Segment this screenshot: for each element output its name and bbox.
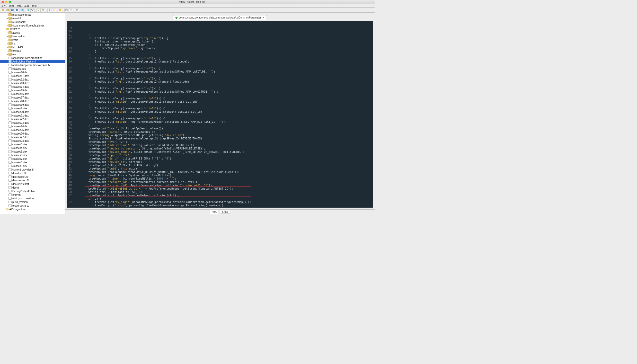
- sync-icon[interactable]: [26, 8, 30, 12]
- tree-node[interactable]: dao.ftl: [0, 186, 65, 189]
- menu-file[interactable]: 文件: [1, 4, 6, 8]
- tree-node[interactable]: classes2.dex: [0, 106, 65, 110]
- view-smali-button[interactable]: Smali: [220, 210, 230, 214]
- tree-twisty-icon[interactable]: ▸: [6, 42, 8, 45]
- tree-node[interactable]: classes7.dex: [0, 157, 65, 161]
- code-line[interactable]: if (TextUtils.isEmpty(treeMap.get("lng")…: [75, 87, 251, 90]
- export-icon[interactable]: [20, 8, 24, 12]
- tree-node[interactable]: dao-deep.ftl: [0, 171, 65, 175]
- code-editor[interactable]: 9101112131415161718192021222324252627282…: [67, 21, 373, 208]
- tree-node[interactable]: ▸kotlin: [0, 38, 65, 42]
- tree-node[interactable]: ▾资源文件: [0, 27, 65, 31]
- forward-icon[interactable]: [52, 8, 56, 12]
- code-line[interactable]: String str2 = Constant.ABTEST_ID;: [75, 190, 251, 194]
- code-line[interactable]: treeMap.put("xy_sign", paramsNewSign(par…: [75, 200, 251, 204]
- code-line[interactable]: treeMap.put("cityId", AppPreferencesHelp…: [75, 120, 251, 123]
- tree-node[interactable]: resources.arsc: [0, 204, 65, 207]
- tree-node[interactable]: classes3.dex: [0, 143, 65, 146]
- tree-node[interactable]: ▸pt.arotasonrotas: [0, 13, 65, 16]
- code-line[interactable]: String xy_token = user.getXy_token();: [75, 40, 251, 43]
- close-tab-icon[interactable]: ✕: [262, 16, 264, 19]
- tree-node[interactable]: classes12.dex: [0, 78, 65, 81]
- tree-node[interactable]: ▸res: [0, 52, 65, 56]
- open-file-icon[interactable]: [1, 8, 5, 12]
- tree-node[interactable]: classes26.dex: [0, 132, 65, 135]
- tree-twisty-icon[interactable]: ▾: [4, 28, 6, 30]
- tree-node[interactable]: entity.ftl: [0, 193, 65, 197]
- tree-node[interactable]: classes24.dex: [0, 125, 65, 128]
- project-tree[interactable]: ▸pt.arotasonrotas▸retrofit2▸sj.keyboard▸…: [0, 13, 65, 214]
- code-line[interactable]: }: [75, 73, 251, 77]
- code-line[interactable]: }: [75, 113, 251, 117]
- tree-node[interactable]: AndroidManifest.xml: [0, 60, 65, 63]
- code-line[interactable]: if (TextUtils.isEmpty(treeMap.get("cityI…: [75, 107, 251, 110]
- tree-node[interactable]: ▸assets: [0, 31, 65, 34]
- find-icon[interactable]: [41, 8, 45, 12]
- code-line[interactable]: }: [75, 93, 251, 97]
- menu-help[interactable]: 帮助: [32, 4, 37, 8]
- tree-node[interactable]: dao-unit-test.ftl: [0, 182, 65, 186]
- tree-node[interactable]: classes21.dex: [0, 114, 65, 117]
- code-line[interactable]: treeMap.put("cityId", LocationHelper.get…: [75, 110, 251, 113]
- tree-node[interactable]: classes17.dex: [0, 96, 65, 99]
- tree-twisty-icon[interactable]: ▸: [6, 32, 8, 34]
- code-line[interactable]: treeMap.put(TrackerNameDefsKt.PAGE_DISPL…: [75, 170, 251, 174]
- code-line[interactable]: if (z) {: [75, 197, 251, 200]
- save-icon[interactable]: [10, 8, 14, 12]
- log-icon[interactable]: [64, 8, 68, 12]
- tree-twisty-icon[interactable]: ▸: [6, 17, 8, 20]
- add-file-icon[interactable]: +: [6, 8, 10, 12]
- code-line[interactable]: treeMap.put("app_id", "2");: [75, 154, 251, 157]
- tree-node[interactable]: classes5.dex: [0, 150, 65, 153]
- code-line[interactable]: treeMap.put(SPKey.XY_DEVICE_TOKEN, strin…: [75, 164, 251, 167]
- tree-node[interactable]: miui_push_version: [0, 197, 65, 200]
- menu-tools[interactable]: 工具: [24, 4, 29, 8]
- code-line[interactable]: if (TextUtils.isEmpty(treeMap.get("lat")…: [75, 57, 251, 60]
- close-window-icon[interactable]: [2, 1, 4, 3]
- code-line[interactable]: if (TextUtils.isEmpty(treeMap.get("cityI…: [75, 117, 251, 120]
- code-line[interactable]: treeMap.put("_time", (currentTimeMillis …: [75, 177, 251, 180]
- code-line[interactable]: String string = AppPreferencesHelper.get…: [75, 134, 251, 137]
- code-line[interactable]: treeMap.put("lng", LocationHelper.getIns…: [75, 80, 251, 83]
- code-line[interactable]: if (!TextUtils.isEmpty(xy_token)) {: [75, 43, 251, 47]
- tree-twisty-icon[interactable]: ▸: [6, 21, 8, 23]
- menu-nav[interactable]: 导航: [16, 4, 22, 8]
- tree-node[interactable]: classes10.dex: [0, 70, 65, 74]
- code-line[interactable]: }: [75, 50, 251, 53]
- code-line[interactable]: if (TextUtils.isEmpty(treeMap.get("lng")…: [75, 77, 251, 80]
- tree-node[interactable]: agconnect-core.properties: [0, 56, 65, 60]
- settings-icon[interactable]: [75, 8, 79, 12]
- code-line[interactable]: }: [75, 63, 251, 67]
- code-line[interactable]: treeMap.put("lng", AppPreferencesHelper.…: [75, 90, 251, 93]
- tree-node[interactable]: classes16.dex: [0, 92, 65, 96]
- code-line[interactable]: treeMap.put("is_tf", Utils.APP_IS_GRAY ?…: [75, 157, 251, 160]
- editor-tab[interactable]: com.soyoung.component_data.common_api.Ap…: [173, 15, 267, 20]
- tree-node[interactable]: DebugProbesKt.bin: [0, 189, 65, 193]
- tree-node[interactable]: classes28.dex: [0, 139, 65, 143]
- code-line[interactable]: treeMap.put("pinyin", Utils.getChannel()…: [75, 130, 251, 134]
- code-line[interactable]: }: [75, 53, 251, 57]
- tree-node[interactable]: dao-session.ftl: [0, 179, 65, 182]
- tree-node[interactable]: push_version: [0, 200, 65, 204]
- code-line[interactable]: }: [75, 103, 251, 107]
- tree-node[interactable]: ▸lib: [0, 42, 65, 45]
- code-line[interactable]: treeMap.put("_sign", paramsSign(INetWork…: [75, 204, 251, 207]
- tree-node[interactable]: classes.dex: [0, 67, 65, 70]
- code-line[interactable]: treeMap.put("vistor_uid", AppPreferences…: [75, 184, 251, 187]
- maximize-window-icon[interactable]: [9, 1, 11, 3]
- back-icon[interactable]: [47, 8, 51, 12]
- tree-icon[interactable]: [30, 8, 34, 12]
- tree-node[interactable]: classes11.dex: [0, 74, 65, 78]
- code-line[interactable]: treeMap.put(str2, AppPreferencesHelper.g…: [75, 194, 251, 197]
- tree-node[interactable]: ▸okhttp3: [0, 49, 65, 52]
- code-line[interactable]: if (TextUtils.isEmpty(treeMap.get("xy_to…: [75, 37, 251, 40]
- code-line[interactable]: treeMap.put("lat", LocationHelper.getIns…: [75, 60, 251, 63]
- view-code-button[interactable]: 代码: [210, 210, 218, 214]
- code-line[interactable]: LogUtils.d("\u63a5\u53e3 ab_id = " + App…: [75, 187, 251, 190]
- tree-node[interactable]: classes20.dex: [0, 110, 65, 114]
- tree-node[interactable]: ▸tv.danmaku.ijk.media.player: [0, 24, 65, 27]
- code-line[interactable]: String string2 = AppPreferencesHelper.ge…: [75, 137, 251, 140]
- tree-node[interactable]: classes25.dex: [0, 128, 65, 132]
- tree-node[interactable]: classes15.dex: [0, 88, 65, 92]
- tree-node[interactable]: ▸retrofit2: [0, 16, 65, 20]
